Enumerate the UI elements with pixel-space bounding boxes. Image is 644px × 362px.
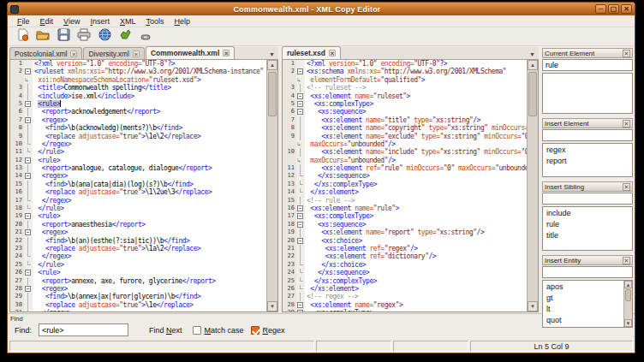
list-item-lt[interactable]: lt: [543, 303, 623, 314]
minimize-button[interactable]: ─: [595, 4, 606, 14]
code-line[interactable]: 28 <xs:element name="regex">: [283, 301, 527, 309]
code-line[interactable]: 18 </rule>: [10, 205, 266, 212]
fold-collapse-icon[interactable]: [297, 93, 303, 99]
close-button[interactable]: ✕: [621, 4, 632, 14]
code-line[interactable]: 3 <title>Commonwealth spelling</title>: [10, 84, 266, 92]
code-line[interactable]: 5 <xs:complexType>: [283, 100, 527, 108]
code-line[interactable]: 1<?xml version="1.0" encoding="UTF-8"?>: [10, 60, 266, 68]
internet-globe-button[interactable]: [97, 29, 112, 45]
fold-collapse-icon[interactable]: [25, 229, 31, 235]
code-line[interactable]: 17 <xs:complexType>: [283, 212, 527, 220]
regex-checkbox[interactable]: [251, 326, 259, 335]
fold-collapse-icon[interactable]: [25, 286, 31, 292]
code-line[interactable]: 20 <report>anaesthesia</report>: [10, 221, 266, 228]
tab-postcolonial.xml[interactable]: Postcolonial.xml✕: [9, 47, 82, 59]
code-line[interactable]: 4 <include>ise.xml</include>: [10, 92, 266, 100]
left-editor-scrollbar[interactable]: ▲ ▼: [266, 60, 277, 312]
list-item-include[interactable]: include: [543, 207, 632, 218]
code-line[interactable]: ↳ maxOccurs="unbounded"/>: [283, 157, 527, 164]
code-line[interactable]: 6 <report>acknowledgement</report>: [10, 108, 266, 116]
code-line[interactable]: 25 </rule>: [10, 261, 266, 269]
fold-collapse-icon[interactable]: [25, 173, 31, 179]
print-button[interactable]: [76, 29, 92, 45]
list-item-quot[interactable]: quot: [543, 314, 623, 325]
code-line[interactable]: 11 <xs:element ref="rule" minOccurs="0" …: [283, 164, 527, 172]
scroll-track[interactable]: [624, 288, 632, 319]
fold-collapse-icon[interactable]: [25, 117, 31, 123]
menu-tools[interactable]: Tools: [141, 16, 168, 27]
code-line[interactable]: 8 <find>\b(acknowledg)(ments?)\b</find>: [10, 124, 266, 132]
code-line[interactable]: 22 <xs:element ref="dictionary"/>: [283, 252, 527, 260]
menu-view[interactable]: View: [59, 16, 84, 27]
scroll-down-icon[interactable]: ▼: [624, 319, 632, 327]
fold-margin[interactable]: [296, 237, 305, 245]
code-line[interactable]: 9 <xs:element name="exclude" type="xs:st…: [283, 133, 527, 140]
scroll-thumb[interactable]: [268, 72, 277, 116]
list-item-report[interactable]: report: [543, 155, 632, 166]
code-line[interactable]: 27 <report>annexe, axe, furore, glycerin…: [10, 277, 266, 285]
fold-collapse-icon[interactable]: [297, 68, 303, 74]
fold-margin[interactable]: [296, 100, 305, 108]
insert-sibling-input[interactable]: [542, 193, 633, 205]
code-line[interactable]: 20 <xs:choice>: [283, 237, 527, 245]
code-line[interactable]: 29 <find>\b(annex|ax|furor|glycerin)\b</…: [10, 293, 266, 300]
fold-margin[interactable]: [24, 172, 33, 180]
code-line[interactable]: 1<?xml version="1.0" encoding="UTF-8"?>: [283, 60, 527, 68]
code-line[interactable]: 4 <xs:element name="ruleset">: [283, 92, 527, 100]
fold-margin[interactable]: [296, 309, 305, 312]
associate-button[interactable]: [138, 29, 153, 45]
code-line[interactable]: 26 <rule>: [10, 269, 266, 276]
code-line[interactable]: 21 <xs:element ref="regex"/>: [283, 245, 527, 252]
insert-entity-input[interactable]: [542, 266, 633, 278]
match-case-option[interactable]: Match case: [193, 326, 244, 335]
code-line[interactable]: 24 </regex>: [10, 252, 266, 260]
tab-close-icon[interactable]: ✕: [133, 50, 140, 57]
fold-collapse-icon[interactable]: [297, 109, 303, 115]
fold-margin[interactable]: [24, 157, 33, 164]
find-next-button[interactable]: Find Next: [146, 325, 186, 335]
code-line[interactable]: 2<xs:schema xmlns:xs="http://www.w3.org/…: [283, 68, 527, 75]
fold-margin[interactable]: [24, 116, 33, 124]
insert-sibling-list[interactable]: includeruletitle: [542, 206, 633, 251]
code-line[interactable]: 16 <xs:element name="rule">: [283, 205, 527, 212]
scroll-thumb[interactable]: [528, 72, 537, 116]
scroll-track[interactable]: [528, 70, 538, 301]
fold-margin[interactable]: [296, 108, 305, 116]
match-case-checkbox[interactable]: [193, 326, 201, 335]
fold-margin[interactable]: [296, 205, 305, 212]
list-item-rule[interactable]: rule: [543, 218, 632, 229]
insert-entity-list[interactable]: aposgtltquot▲▼: [542, 280, 633, 328]
tab-close-icon[interactable]: ✕: [70, 50, 77, 57]
tab-close-icon[interactable]: ✕: [223, 50, 230, 56]
panel-close-icon[interactable]: ✕: [623, 183, 630, 191]
tab-list-button[interactable]: ▼: [265, 51, 278, 59]
scroll-up-icon[interactable]: ▲: [528, 60, 538, 70]
scroll-up-icon[interactable]: ▲: [624, 281, 632, 288]
panel-close-icon[interactable]: ✕: [623, 257, 630, 264]
title-bar[interactable]: Commonwealth.xml - XML Copy Editor ─ ▢ ✕: [8, 3, 635, 15]
code-line[interactable]: 29 <xs:complexType>: [283, 309, 527, 312]
code-line[interactable]: 21 <regex>: [10, 228, 266, 236]
code-line[interactable]: ↳ elementFormDefault="qualified">: [283, 76, 527, 84]
code-line[interactable]: 12 </xs:sequence>: [283, 172, 527, 180]
code-line[interactable]: 6 <xs:sequence>: [283, 108, 527, 116]
list-scrollbar[interactable]: ▲▼: [623, 281, 632, 327]
fold-margin[interactable]: [24, 285, 33, 293]
fold-collapse-icon[interactable]: [25, 213, 31, 219]
panel-close-icon[interactable]: ✕: [623, 120, 630, 128]
scroll-down-icon[interactable]: ▼: [267, 301, 277, 312]
code-line[interactable]: 2<ruleset xmlns:xsi="http://www.w3.org/2…: [10, 68, 266, 75]
code-line[interactable]: 7 <xs:element name="title" type="xs:stri…: [283, 116, 527, 124]
code-line[interactable]: 11 </rule>: [10, 148, 266, 156]
code-line[interactable]: 8 <xs:element name="copyright" type="xs:…: [283, 124, 527, 132]
menu-file[interactable]: File: [13, 16, 34, 27]
fold-margin[interactable]: [24, 100, 33, 108]
right-editor[interactable]: 1<?xml version="1.0" encoding="UTF-8"?>2…: [283, 60, 527, 312]
scroll-track[interactable]: [267, 70, 277, 301]
code-line[interactable]: 10 <xs:element name="include" type="xs:s…: [283, 148, 527, 156]
fold-collapse-icon[interactable]: [297, 238, 303, 244]
code-line[interactable]: 13 <report>analogue, catalogue, dialogue…: [10, 164, 266, 172]
fold-collapse-icon[interactable]: [25, 68, 31, 74]
new-document-button[interactable]: [15, 29, 30, 45]
code-line[interactable]: 19 <xs:element name="report" type="xs:st…: [283, 228, 527, 236]
